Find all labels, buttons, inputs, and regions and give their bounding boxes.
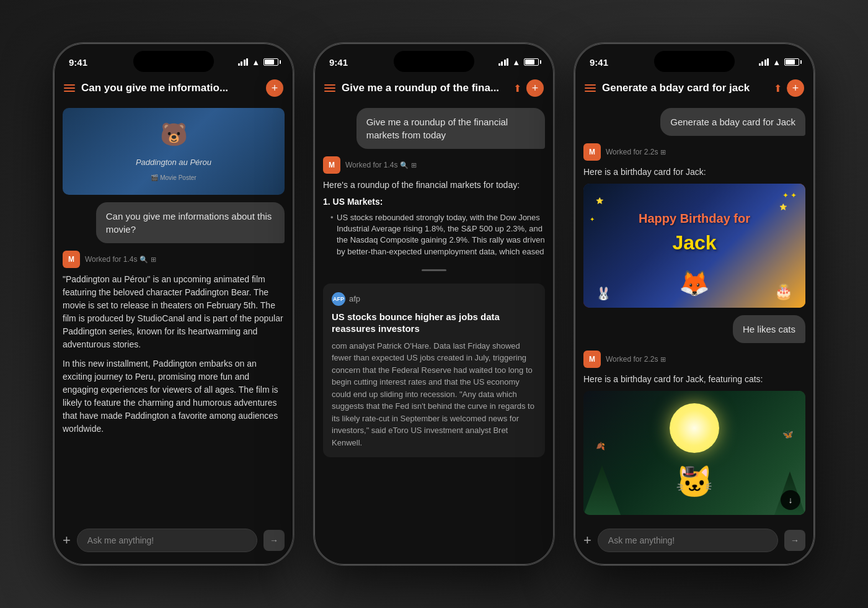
signal-icon-1 <box>238 58 249 66</box>
assistant-body-2: Here's a roundup of the financial market… <box>323 179 545 259</box>
chat-input-3[interactable]: Ask me anything! <box>598 529 778 552</box>
add-button-1[interactable]: + <box>266 79 283 97</box>
assistant-avatar-2: M <box>323 156 340 174</box>
assistant-avatar-3b: M <box>583 351 601 368</box>
battery-icon-3 <box>784 58 799 66</box>
battery-icon-1 <box>264 58 278 66</box>
app-header-3: Generate a bday card for jack ⬆ + <box>575 76 814 103</box>
send-button-3[interactable]: → <box>784 530 805 551</box>
attachment-button-3[interactable]: + <box>583 532 591 548</box>
worked-info-3a: Worked for 2.2s ⊞ <box>606 148 666 156</box>
assistant-avatar-3a: M <box>583 143 601 161</box>
grid-worked-icon-2: ⊞ <box>411 161 417 169</box>
assistant-body-1: "Paddington au Pérou" is an upcoming ani… <box>63 273 285 436</box>
news-body-2: com analyst Patrick O'Hare. Data last Fr… <box>332 340 536 449</box>
add-icon-3: + <box>792 82 799 95</box>
assistant-body-3b: Here is a birthday card for Jack, featur… <box>583 373 805 515</box>
assistant-response-3a: M Worked for 2.2s ⊞ Here is a birthday c… <box>583 143 805 308</box>
source-avatar-2: AFP <box>332 292 345 306</box>
assistant-body-3a: Here is a birthday card for Jack: ✦ ✦ ⭐ … <box>583 166 805 308</box>
phone-2: 9:41 ▲ Give me a roundup <box>313 42 555 566</box>
send-icon-1: → <box>270 535 278 545</box>
news-title-2: US stocks bounce higher as jobs data rea… <box>332 311 536 335</box>
grid-worked-icon-1: ⊞ <box>151 256 156 264</box>
status-icons-2: ▲ <box>498 58 539 67</box>
assistant-response-2: M Worked for 1.4s 🔍 ⊞ Here's a roundup o… <box>323 156 545 259</box>
header-actions-1: + <box>266 79 283 97</box>
wifi-icon-3: ▲ <box>773 58 781 67</box>
assistant-header-3a: M Worked for 2.2s ⊞ <box>583 143 805 161</box>
add-button-3[interactable]: + <box>787 79 804 97</box>
dynamic-island-3 <box>654 51 735 72</box>
phone-1-frame: 9:41 ▲ Can you give me i <box>53 42 294 566</box>
grid-worked-icon-3a: ⊞ <box>660 148 666 156</box>
assistant-header-2: M Worked for 1.4s 🔍 ⊞ <box>323 156 545 174</box>
chat-area-3[interactable]: Generate a bday card for Jack M Worked f… <box>575 103 814 522</box>
chat-input-1[interactable]: Ask me anything! <box>77 529 257 552</box>
phone-3: 9:41 ▲ Generate a bday c <box>574 42 815 566</box>
app-header-2: Give me a roundup of the fina... ⬆ + <box>314 76 554 103</box>
status-time-1: 9:41 <box>69 57 87 68</box>
hamburger-menu-2[interactable] <box>324 84 335 92</box>
header-actions-2: ⬆ + <box>513 79 544 97</box>
assistant-avatar-1: M <box>63 251 80 268</box>
bullet-list-2: US stocks rebounded strongly today, with… <box>330 212 545 257</box>
user-message-3a: Generate a bday card for Jack <box>660 108 805 136</box>
status-icons-1: ▲ <box>238 58 278 67</box>
add-icon-1: + <box>272 82 278 95</box>
worked-info-1: Worked for 1.4s 🔍 ⊞ <box>85 255 156 264</box>
assistant-response-1: M Worked for 1.4s 🔍 ⊞ "Paddington au Pér… <box>63 251 285 436</box>
chat-area-2[interactable]: Give me a roundup of the financial marke… <box>314 103 554 565</box>
movie-poster-image: 🐻 Paddington au Pérou 🎬 Movie Poster <box>63 108 285 195</box>
status-time-2: 9:41 <box>329 57 348 68</box>
status-icons-3: ▲ <box>759 58 799 67</box>
add-button-2[interactable]: + <box>526 79 544 97</box>
wifi-icon-1: ▲ <box>252 58 260 67</box>
worked-info-2: Worked for 1.4s 🔍 ⊞ <box>345 161 417 169</box>
phone-2-frame: 9:41 ▲ Give me a roundup <box>313 42 555 566</box>
assistant-response-3b: M Worked for 2.2s ⊞ Here is a birthday c… <box>583 351 805 515</box>
header-actions-3: ⬆ + <box>774 79 804 97</box>
worked-info-3b: Worked for 2.2s ⊞ <box>606 355 666 364</box>
dynamic-island-2 <box>394 51 474 72</box>
send-button-1[interactable]: → <box>264 530 285 551</box>
download-icon-3: ↓ <box>789 494 793 507</box>
battery-icon-2 <box>524 58 539 66</box>
search-worked-icon-2: 🔍 <box>400 161 409 169</box>
assistant-header-3b: M Worked for 2.2s ⊞ <box>583 351 805 368</box>
scroll-indicator-2 <box>422 269 446 271</box>
header-title-1: Can you give me informatio... <box>81 82 260 94</box>
header-title-2: Give me a roundup of the fina... <box>342 82 507 94</box>
wifi-icon-2: ▲ <box>512 58 520 67</box>
dynamic-island-1 <box>133 51 214 72</box>
search-worked-icon-1: 🔍 <box>140 256 148 264</box>
news-source-2: AFP afp <box>332 292 536 306</box>
bottom-bar-1: + Ask me anything! → <box>54 522 293 565</box>
user-message-3b: He likes cats <box>733 315 805 343</box>
phone-1: 9:41 ▲ Can you give me i <box>53 42 294 566</box>
signal-icon-3 <box>759 58 769 66</box>
signal-icon-2 <box>498 58 509 66</box>
assistant-header-1: M Worked for 1.4s 🔍 ⊞ <box>63 251 285 268</box>
birthday-card-2: 🐱 🎩 🦋 🍂 ↓ <box>583 391 805 515</box>
download-button-3[interactable]: ↓ <box>781 490 800 510</box>
birthday-card-1: ✦ ✦ ⭐ ⭐ ✦ Happy Birthday for Jack 🦊 🎂 🐰 <box>583 184 805 308</box>
user-message-2: Give me a roundup of the financial marke… <box>356 108 545 149</box>
hamburger-menu-3[interactable] <box>585 84 596 92</box>
share-icon-3[interactable]: ⬆ <box>774 83 782 94</box>
grid-worked-icon-3b: ⊞ <box>660 355 666 364</box>
attachment-button-1[interactable]: + <box>63 532 71 548</box>
bullet-item-1: US stocks rebounded strongly today, with… <box>330 212 545 257</box>
share-icon-2[interactable]: ⬆ <box>513 83 521 94</box>
bottom-bar-3: + Ask me anything! → <box>575 522 814 565</box>
hamburger-menu-1[interactable] <box>64 84 75 92</box>
status-time-3: 9:41 <box>590 57 608 68</box>
chat-area-1[interactable]: 🐻 Paddington au Pérou 🎬 Movie Poster Can… <box>54 103 293 522</box>
send-icon-3: → <box>790 535 799 545</box>
add-icon-2: + <box>532 82 539 95</box>
header-title-3: Generate a bday card for jack <box>602 82 768 94</box>
phone-3-frame: 9:41 ▲ Generate a bday c <box>574 42 815 566</box>
app-header-1: Can you give me informatio... + <box>54 76 293 103</box>
news-card-2: AFP afp US stocks bounce higher as jobs … <box>323 284 545 458</box>
user-message-1: Can you give me informations about this … <box>96 202 285 243</box>
